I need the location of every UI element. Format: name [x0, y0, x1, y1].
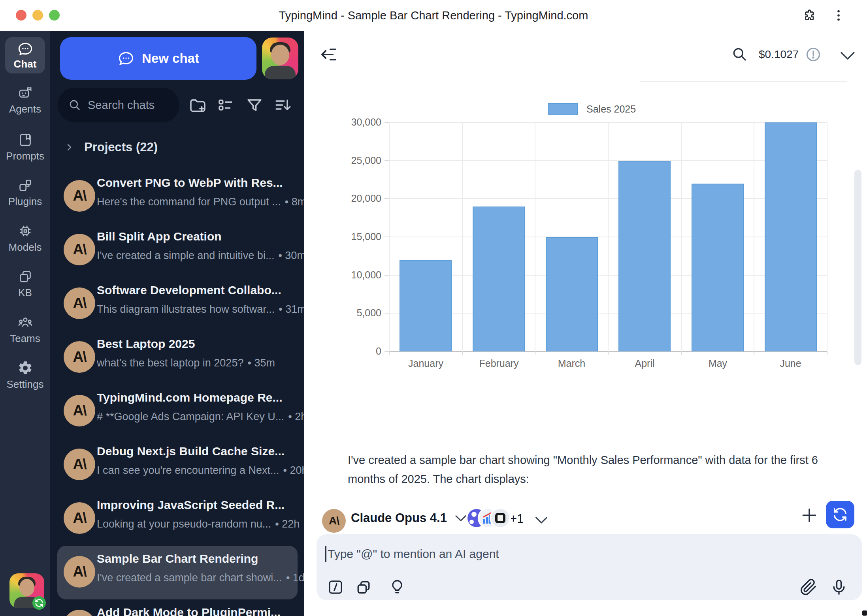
chat-list-item[interactable]: A\ Software Development Collabo... This … — [57, 277, 298, 331]
chevron-right-icon — [64, 143, 74, 152]
chat-time: • 2h — [288, 411, 304, 423]
filter-funnel-icon[interactable] — [245, 96, 264, 115]
scroll-down-chevron-icon[interactable] — [840, 51, 855, 59]
chat-list-item[interactable]: A\ TypingMind.com Homepage Re... # **Goo… — [57, 385, 298, 438]
claude-avatar: A\ — [64, 610, 95, 616]
chat-preview: I've created a sample bar chart showi...… — [97, 572, 304, 584]
chat-time: • 35m — [247, 357, 275, 369]
chat-time: • 20h — [283, 464, 304, 476]
chat-list-item[interactable]: A\ Convert PNG to WebP with Res... Here'… — [57, 170, 298, 223]
search-conversation-icon[interactable] — [731, 46, 748, 62]
sidebar-item-kb[interactable]: KB — [0, 269, 50, 299]
bar-february — [473, 207, 525, 351]
chat-list-item[interactable]: A\ Debug Next.js Build Cache Size... I c… — [57, 438, 298, 492]
message-input[interactable]: Type "@" to mention an AI agent — [317, 534, 862, 600]
chat-list-item[interactable]: A\ Best Laptop 2025 what's the best lapt… — [57, 331, 298, 385]
x-tick-mark — [462, 351, 463, 355]
chart-legend[interactable]: Sales 2025 — [548, 103, 636, 115]
sidebar-item-label: Chat — [14, 58, 37, 70]
enabled-plugins-selector[interactable] — [466, 507, 511, 529]
y-tick-label: 15,000 — [322, 231, 381, 242]
chat-title: Bill Split App Creation — [97, 230, 222, 243]
x-tick-mark — [389, 351, 390, 355]
cost-warning-icon[interactable] — [805, 47, 821, 62]
new-folder-icon[interactable] — [188, 96, 207, 115]
assistant-message-text: I've created a sample bar chart showing … — [348, 451, 840, 488]
new-chat-button[interactable]: New chat — [60, 37, 256, 80]
projects-header-label: Projects (22) — [84, 140, 158, 154]
y-tick-label: 5,000 — [322, 307, 381, 319]
app-frame: Chat Agents Prompts — [0, 31, 867, 616]
chart-plot-area: 05,00010,00015,00020,00025,00030,000Janu… — [389, 122, 827, 351]
agent-face-icon — [17, 85, 33, 101]
chat-title: TypingMind.com Homepage Re... — [97, 391, 282, 404]
sidebar-item-models[interactable]: Models — [0, 223, 50, 254]
x-category-label: March — [535, 358, 608, 369]
plugin-blocks-icon — [17, 177, 33, 193]
chat-title: Convert PNG to WebP with Res... — [97, 176, 283, 190]
chat-title: Sample Bar Chart Rendering — [97, 552, 258, 565]
chat-time: • 1d — [286, 572, 304, 584]
chat-time: • 30m — [278, 250, 304, 261]
gridline-vertical — [389, 122, 390, 351]
lightbulb-icon[interactable] — [388, 578, 406, 596]
sidebar-item-agents[interactable]: Agents — [0, 85, 50, 115]
collapse-sidebar-icon[interactable] — [319, 45, 338, 64]
list-view-icon[interactable] — [216, 96, 235, 115]
search-chats-input[interactable]: Search chats — [58, 88, 179, 122]
x-category-label: April — [608, 358, 681, 369]
chat-list-item[interactable]: A\ Add Dark Mode to PluginPermi... — [57, 599, 298, 616]
chat-list-item[interactable]: A\ Improving JavaScript Seeded R... Look… — [57, 492, 298, 546]
extensions-puzzle-icon[interactable] — [802, 8, 816, 23]
claude-avatar: A\ — [64, 234, 95, 265]
sidebar-item-chat[interactable]: Chat — [5, 37, 45, 73]
bar-may — [692, 184, 744, 351]
y-tick-label: 0 — [322, 346, 381, 357]
x-tick-mark — [681, 351, 682, 355]
y-tick-label: 20,000 — [322, 193, 381, 204]
x-category-label: January — [389, 358, 462, 369]
chat-list-item-selected[interactable]: A\ Sample Bar Chart Rendering I've creat… — [57, 546, 298, 599]
more-plugins-count[interactable]: +1 — [510, 512, 524, 526]
sidebar-item-plugins[interactable]: Plugins — [0, 177, 50, 208]
projects-collapsible-header[interactable]: Projects (22) — [64, 136, 158, 158]
microphone-icon[interactable] — [830, 578, 848, 596]
search-placeholder: Search chats — [88, 99, 155, 112]
close-window-button[interactable] — [16, 10, 26, 21]
minimize-window-button[interactable] — [32, 10, 43, 21]
regenerate-button[interactable] — [826, 501, 854, 528]
claude-avatar: A\ — [64, 556, 95, 588]
gridline-vertical — [535, 122, 535, 351]
legend-label: Sales 2025 — [586, 103, 636, 115]
chat-title: Best Laptop 2025 — [97, 337, 195, 351]
model-selector[interactable]: Claude Opus 4.1 — [351, 511, 467, 525]
bar-june — [765, 122, 817, 351]
chat-title: Add Dark Mode to PluginPermi... — [97, 606, 281, 616]
chat-list-item[interactable]: A\ Bill Split App Creation I've created … — [57, 223, 298, 277]
usage-cost-label[interactable]: $0.1027 — [759, 48, 799, 61]
claude-avatar: A\ — [64, 341, 95, 373]
chat-time: • 22h — [275, 518, 300, 530]
prompt-library-icon[interactable] — [327, 578, 344, 596]
user-account-avatar[interactable] — [9, 573, 44, 608]
browser-kebab-menu-icon[interactable] — [831, 8, 846, 23]
gridline-vertical — [608, 122, 609, 351]
input-placeholder: Type "@" to mention an AI agent — [328, 547, 499, 561]
text-caret — [325, 546, 326, 562]
sidebar-item-settings[interactable]: Settings — [0, 360, 50, 391]
bar-chart: 05,00010,00015,00020,00025,00030,000Janu… — [389, 122, 827, 351]
sidebar-item-teams[interactable]: Teams — [0, 314, 50, 345]
render-plugin-icon — [490, 507, 511, 529]
vertical-scrollbar-thumb[interactable] — [854, 170, 861, 365]
chevron-down-icon[interactable] — [535, 516, 548, 523]
add-attachment-plus-icon[interactable] — [801, 507, 818, 524]
maximize-window-button[interactable] — [49, 10, 60, 21]
paperclip-icon[interactable] — [800, 578, 817, 596]
sidebar-item-label: Teams — [10, 332, 40, 345]
chat-preview: This diagram illustrates how softwar...•… — [97, 303, 304, 316]
cpu-chip-icon — [17, 223, 33, 239]
sidebar-item-prompts[interactable]: Prompts — [0, 132, 50, 162]
workspace-avatar[interactable] — [262, 38, 298, 79]
sort-icon[interactable] — [273, 96, 292, 115]
kb-pages-icon[interactable] — [355, 578, 372, 596]
